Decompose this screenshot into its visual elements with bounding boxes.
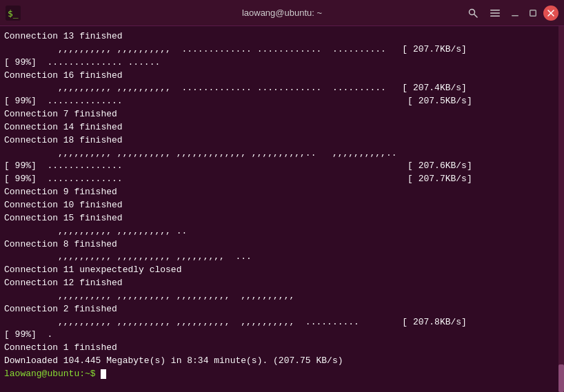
terminal-line: Connection 1 finished <box>4 342 560 355</box>
terminal-line: Connection 11 unexpectedly closed <box>4 264 560 277</box>
terminal-line: ,,,,,,,,,, ,,,,,,,,,, ,,,,,,,,,,,,, ,,,,… <box>4 147 560 161</box>
terminal-line: Connection 12 finished <box>4 277 560 290</box>
maximize-icon <box>530 10 536 17</box>
menu-icon <box>490 8 500 18</box>
terminal-line: [ 99%] . <box>4 329 560 342</box>
prompt-line: laowang@ubuntu:~$ <box>4 368 560 381</box>
terminal-line: Connection 16 finished <box>4 70 560 83</box>
search-icon <box>468 8 478 18</box>
scrollbar-thumb[interactable] <box>558 364 564 392</box>
scrollbar[interactable] <box>558 26 564 392</box>
titlebar-left: $_ <box>6 6 23 21</box>
terminal-line: [ 99%] .............. [ 207.5KB/s] <box>4 95 560 108</box>
svg-text:$_: $_ <box>8 8 19 19</box>
terminal-output[interactable]: Connection 13 finished ,,,,,,,,,, ,,,,,,… <box>0 26 564 392</box>
terminal-line: [ 99%] .............. [ 207.7KB/s] <box>4 173 560 186</box>
menu-button[interactable] <box>485 3 505 23</box>
terminal-line: ,,,,,,,,,, ,,,,,,,,,, ............. ....… <box>4 82 560 95</box>
close-icon <box>547 10 554 17</box>
app-icon: $_ <box>6 6 21 21</box>
terminal-line: ,,,,,,,,,, ,,,,,,,,,, ,,,,,,,,, ... <box>4 251 560 264</box>
terminal-line: [ 99%] .............. ...... <box>4 56 560 70</box>
terminal-line: Connection 18 finished <box>4 134 560 147</box>
terminal-line: ,,,,,,,,,, ,,,,,,,,,, ,,,,,,,,,, ,,,,,,,… <box>4 290 560 303</box>
terminal-line: ,,,,,,,,,, ,,,,,,,,,, ............. ....… <box>4 43 560 56</box>
titlebar-title: laowang@ubuntu: ~ <box>242 8 322 18</box>
svg-rect-5 <box>490 12 500 14</box>
terminal-window: $_ laowang@ubuntu: ~ <box>0 0 564 392</box>
search-button[interactable] <box>463 3 483 23</box>
titlebar: $_ laowang@ubuntu: ~ <box>0 0 564 26</box>
maximize-button[interactable] <box>525 6 541 21</box>
terminal-line: Connection 15 finished <box>4 212 560 225</box>
minimize-icon <box>512 10 518 17</box>
terminal-line: Connection 7 finished <box>4 108 560 121</box>
svg-rect-6 <box>490 15 500 17</box>
titlebar-controls <box>463 3 558 23</box>
svg-line-3 <box>474 14 478 17</box>
terminal-line: Connection 10 finished <box>4 199 560 212</box>
terminal-line: Downloaded 104.445 Megabyte(s) in 8:34 m… <box>4 355 560 368</box>
cursor <box>101 369 106 379</box>
svg-rect-4 <box>490 10 500 11</box>
terminal-line: Connection 8 finished <box>4 238 560 251</box>
terminal-line: Connection 2 finished <box>4 303 560 316</box>
terminal-line: Connection 9 finished <box>4 186 560 199</box>
terminal-line: ,,,,,,,,,, ,,,,,,,,,, .. <box>4 225 560 238</box>
terminal-line: [ 99%] .............. [ 207.6KB/s] <box>4 160 560 173</box>
terminal-line: Connection 14 finished <box>4 121 560 134</box>
minimize-button[interactable] <box>507 6 523 21</box>
terminal-line: Connection 13 finished <box>4 30 560 43</box>
svg-rect-8 <box>530 10 536 16</box>
close-button[interactable] <box>543 6 558 21</box>
svg-rect-7 <box>512 15 518 17</box>
terminal-line: ,,,,,,,,,, ,,,,,,,,,, ,,,,,,,,,, ,,,,,,,… <box>4 316 560 329</box>
